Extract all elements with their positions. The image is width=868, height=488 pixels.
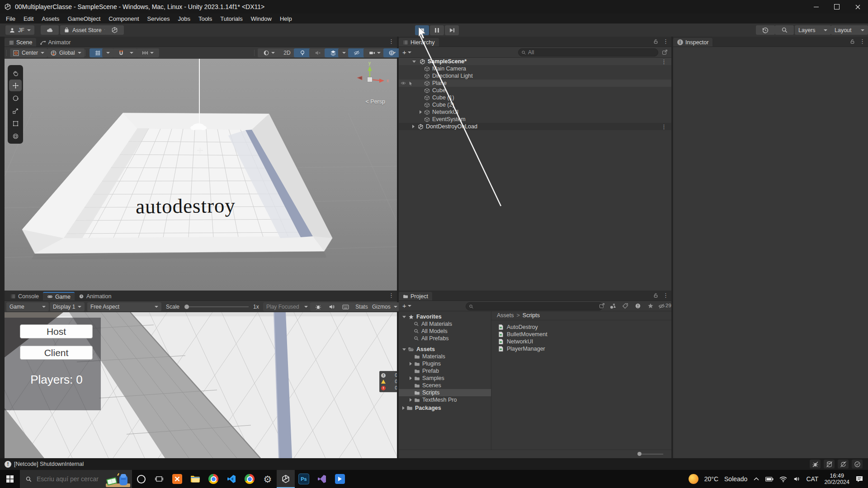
menu-assets[interactable]: Assets xyxy=(38,15,63,22)
activity-ok-button[interactable] xyxy=(852,460,863,469)
taskbar-cortana[interactable] xyxy=(132,470,150,488)
tab-animator[interactable]: Animator xyxy=(36,38,75,47)
foldout-expanded-icon[interactable] xyxy=(412,61,416,63)
menu-window[interactable]: Window xyxy=(247,15,276,22)
hierarchy-row-scene[interactable]: SampleScene* ⋮ xyxy=(399,58,671,65)
tab-scene[interactable]: Scene xyxy=(5,38,36,47)
action-center-icon[interactable] xyxy=(855,475,863,483)
cloud-button[interactable] xyxy=(41,25,59,35)
taskbar-clock[interactable]: 16:49 20/2/2024 xyxy=(824,473,849,485)
breadcrumb-current[interactable]: Scripts xyxy=(523,312,540,319)
display-dropdown[interactable]: Display 1 xyxy=(50,302,85,311)
grid-snapping-dropdown[interactable] xyxy=(102,48,114,57)
hierarchy-row-cube[interactable]: Cube xyxy=(399,87,671,94)
visibility-eye-icon[interactable] xyxy=(401,80,406,86)
open-search-window-icon[interactable] xyxy=(599,303,605,309)
menu-services[interactable]: Services xyxy=(143,15,174,22)
stats-button[interactable]: Stats xyxy=(351,302,373,311)
client-button[interactable]: Client xyxy=(20,346,93,360)
hierarchy-row-cube-1[interactable]: Cube (1) xyxy=(399,94,671,101)
taskbar-visual-studio[interactable] xyxy=(313,470,331,488)
increment-snap-button[interactable] xyxy=(137,48,159,57)
tree-packages[interactable]: Packages xyxy=(399,404,491,412)
tree-textmesh-pro[interactable]: TextMesh Pro xyxy=(399,396,491,404)
menu-component[interactable]: Component xyxy=(104,15,143,22)
foldout-collapsed-icon[interactable] xyxy=(402,406,405,410)
tree-samples[interactable]: Samples xyxy=(399,375,491,382)
file-bulletmovement[interactable]: BulletMovement xyxy=(491,331,671,338)
taskbar-media-app[interactable] xyxy=(331,470,349,488)
taskbar-file-explorer[interactable] xyxy=(186,470,204,488)
volume-icon[interactable] xyxy=(793,476,800,482)
log-importance-icon[interactable] xyxy=(635,303,641,309)
inspector-menu-kebab-icon[interactable]: ⋮ xyxy=(859,38,865,45)
rect-tool[interactable] xyxy=(9,117,22,129)
display-mode-dropdown[interactable]: Game xyxy=(6,302,49,311)
layout-dropdown[interactable]: Layout xyxy=(831,25,868,35)
taskbar-search-box[interactable] xyxy=(20,470,132,488)
tree-scenes[interactable]: Scenes xyxy=(399,382,491,389)
taskbar-unity-active[interactable] xyxy=(277,470,295,488)
audio-mute-toggle[interactable] xyxy=(309,48,326,57)
tree-prefab[interactable]: Prefab xyxy=(399,367,491,375)
game-menu-kebab-icon[interactable]: ⋮ xyxy=(388,292,394,299)
tree-all-models[interactable]: All Models xyxy=(399,328,491,335)
tab-animation[interactable]: Animation xyxy=(75,292,116,300)
create-object-button[interactable]: + xyxy=(402,48,411,56)
menu-tutorials[interactable]: Tutorials xyxy=(216,15,246,22)
battery-icon[interactable] xyxy=(765,476,774,482)
file-playermanager[interactable]: PlayerManager xyxy=(491,345,671,352)
taskbar-settings[interactable]: ⚙ xyxy=(259,470,277,488)
console-notification-badges[interactable]: ! 0 0 ! 0 xyxy=(379,371,397,392)
tree-scripts-selected[interactable]: Scripts xyxy=(399,389,491,396)
lock-icon[interactable] xyxy=(653,292,659,298)
lock-icon[interactable] xyxy=(653,38,659,44)
tool-orientation-dropdown[interactable]: Global xyxy=(47,48,85,57)
camera-settings-dropdown[interactable] xyxy=(363,48,386,57)
weather-sun-icon[interactable] xyxy=(689,474,698,484)
taskbar-search-input[interactable] xyxy=(36,475,101,483)
tree-favorites[interactable]: Favorites xyxy=(399,313,491,320)
open-search-window-icon[interactable] xyxy=(662,49,668,55)
hierarchy-row-main-camera[interactable]: Main Camera xyxy=(399,65,671,72)
scene-viewport[interactable]: y x < Persp autodestroy xyxy=(5,59,397,291)
weather-temperature[interactable]: 20°C xyxy=(704,475,718,483)
tab-project[interactable]: Project xyxy=(399,292,432,300)
tree-plugins[interactable]: Plugins xyxy=(399,360,491,367)
lighting-toggle[interactable] xyxy=(294,48,311,57)
status-message[interactable]: [Netcode] ShutdownInternal xyxy=(14,461,84,467)
foldout-collapsed-icon[interactable] xyxy=(410,362,412,366)
foldout-collapsed-icon[interactable] xyxy=(410,376,412,380)
foldout-collapsed-icon[interactable] xyxy=(410,398,412,402)
lock-icon[interactable] xyxy=(849,38,855,44)
tray-chevron-up-icon[interactable] xyxy=(753,476,760,482)
scene-menu-kebab-icon[interactable]: ⋮ xyxy=(388,38,394,45)
breadcrumb-root[interactable]: Assets xyxy=(497,312,514,319)
gizmos-dropdown[interactable] xyxy=(389,48,400,57)
hierarchy-row-eventsystem[interactable]: EventSystem xyxy=(399,116,671,123)
file-networkui[interactable]: NetworkUI xyxy=(491,338,671,345)
taskbar-xampp[interactable] xyxy=(168,470,186,488)
unity-hub-button[interactable] xyxy=(105,25,124,35)
foldout-collapsed-icon[interactable] xyxy=(420,110,422,114)
menu-help[interactable]: Help xyxy=(276,15,296,22)
language-indicator[interactable]: CAT xyxy=(806,475,818,483)
step-button[interactable] xyxy=(445,25,459,35)
undo-history-button[interactable] xyxy=(756,25,775,35)
scale-slider-knob[interactable] xyxy=(184,305,189,309)
snap-dropdown[interactable] xyxy=(126,48,137,57)
hierarchy-search-field[interactable]: All xyxy=(518,48,658,56)
scene-options-kebab-icon[interactable]: ⋮ xyxy=(661,58,667,65)
taskbar-chrome[interactable] xyxy=(204,470,222,488)
wifi-icon[interactable] xyxy=(779,476,787,482)
maximize-button[interactable] xyxy=(826,0,847,14)
thumbnail-size-slider-knob[interactable] xyxy=(637,452,642,456)
gizmos-dropdown-game[interactable]: Gizmos xyxy=(370,302,400,311)
hierarchy-menu-kebab-icon[interactable]: ⋮ xyxy=(663,38,669,45)
project-menu-kebab-icon[interactable]: ⋮ xyxy=(663,292,669,299)
search-button[interactable] xyxy=(775,25,794,35)
draw-mode-dropdown[interactable] xyxy=(258,48,280,57)
tab-inspector[interactable]: i Inspector xyxy=(673,38,712,47)
tool-handle-position-dropdown[interactable]: Center xyxy=(10,48,47,57)
rotate-tool[interactable] xyxy=(9,92,22,104)
